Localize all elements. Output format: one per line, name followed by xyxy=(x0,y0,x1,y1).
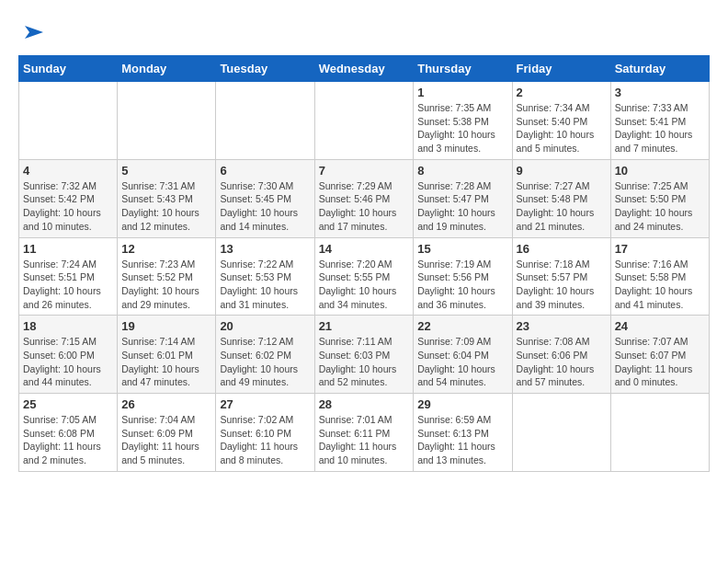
day-info: Sunrise: 7:14 AM Sunset: 6:01 PM Dayligh… xyxy=(121,335,211,389)
svg-marker-0 xyxy=(25,26,43,39)
calendar-cell: 17Sunrise: 7:16 AM Sunset: 5:58 PM Dayli… xyxy=(610,237,709,316)
day-number: 24 xyxy=(615,319,705,333)
calendar-cell: 23Sunrise: 7:08 AM Sunset: 6:06 PM Dayli… xyxy=(512,316,610,394)
calendar-cell: 7Sunrise: 7:29 AM Sunset: 5:46 PM Daylig… xyxy=(314,159,414,237)
day-info: Sunrise: 7:08 AM Sunset: 6:06 PM Dayligh… xyxy=(517,335,607,389)
day-number: 10 xyxy=(615,164,705,178)
calendar-cell: 8Sunrise: 7:28 AM Sunset: 5:47 PM Daylig… xyxy=(414,159,512,237)
calendar-cell: 27Sunrise: 7:02 AM Sunset: 6:10 PM Dayli… xyxy=(216,394,314,472)
day-info: Sunrise: 7:15 AM Sunset: 6:00 PM Dayligh… xyxy=(23,335,113,389)
week-row-2: 4Sunrise: 7:32 AM Sunset: 5:42 PM Daylig… xyxy=(19,159,710,237)
calendar-cell: 4Sunrise: 7:32 AM Sunset: 5:42 PM Daylig… xyxy=(19,159,118,237)
day-info: Sunrise: 7:28 AM Sunset: 5:47 PM Dayligh… xyxy=(417,179,507,234)
calendar-cell: 29Sunrise: 6:59 AM Sunset: 6:13 PM Dayli… xyxy=(414,394,512,472)
day-info: Sunrise: 7:05 AM Sunset: 6:08 PM Dayligh… xyxy=(23,413,113,467)
calendar-body: 1Sunrise: 7:35 AM Sunset: 5:38 PM Daylig… xyxy=(19,82,710,472)
day-number: 25 xyxy=(23,397,113,411)
day-info: Sunrise: 7:01 AM Sunset: 6:11 PM Dayligh… xyxy=(319,413,410,467)
calendar-cell: 19Sunrise: 7:14 AM Sunset: 6:01 PM Dayli… xyxy=(118,316,216,394)
day-number: 8 xyxy=(417,164,507,178)
day-info: Sunrise: 7:25 AM Sunset: 5:50 PM Dayligh… xyxy=(615,179,705,234)
day-info: Sunrise: 7:07 AM Sunset: 6:07 PM Dayligh… xyxy=(615,335,705,389)
day-info: Sunrise: 7:29 AM Sunset: 5:46 PM Dayligh… xyxy=(319,179,410,234)
day-number: 29 xyxy=(417,397,507,411)
day-number: 6 xyxy=(220,164,310,178)
calendar-header: SundayMondayTuesdayWednesdayThursdayFrid… xyxy=(19,56,710,82)
calendar-cell xyxy=(512,394,610,472)
day-info: Sunrise: 7:33 AM Sunset: 5:41 PM Dayligh… xyxy=(615,101,705,155)
calendar-cell: 2Sunrise: 7:34 AM Sunset: 5:40 PM Daylig… xyxy=(512,82,610,160)
header-row: SundayMondayTuesdayWednesdayThursdayFrid… xyxy=(19,56,710,82)
day-info: Sunrise: 7:31 AM Sunset: 5:43 PM Dayligh… xyxy=(121,179,211,234)
week-row-5: 25Sunrise: 7:05 AM Sunset: 6:08 PM Dayli… xyxy=(19,394,710,472)
day-info: Sunrise: 7:18 AM Sunset: 5:57 PM Dayligh… xyxy=(517,258,607,312)
day-info: Sunrise: 6:59 AM Sunset: 6:13 PM Dayligh… xyxy=(417,413,507,467)
day-number: 4 xyxy=(23,164,113,178)
day-number: 14 xyxy=(319,242,410,256)
day-number: 20 xyxy=(220,319,310,333)
calendar-cell: 16Sunrise: 7:18 AM Sunset: 5:57 PM Dayli… xyxy=(512,237,610,316)
header-monday: Monday xyxy=(118,56,216,82)
calendar-cell: 3Sunrise: 7:33 AM Sunset: 5:41 PM Daylig… xyxy=(610,82,709,160)
header-thursday: Thursday xyxy=(414,56,512,82)
calendar-cell xyxy=(19,82,118,160)
day-number: 9 xyxy=(517,164,607,178)
header-wednesday: Wednesday xyxy=(314,56,414,82)
day-info: Sunrise: 7:22 AM Sunset: 5:53 PM Dayligh… xyxy=(220,258,310,312)
calendar-cell: 18Sunrise: 7:15 AM Sunset: 6:00 PM Dayli… xyxy=(19,316,118,394)
calendar-cell: 24Sunrise: 7:07 AM Sunset: 6:07 PM Dayli… xyxy=(610,316,709,394)
logo xyxy=(18,18,48,46)
calendar-cell: 15Sunrise: 7:19 AM Sunset: 5:56 PM Dayli… xyxy=(414,237,512,316)
day-info: Sunrise: 7:34 AM Sunset: 5:40 PM Dayligh… xyxy=(517,101,607,155)
day-info: Sunrise: 7:16 AM Sunset: 5:58 PM Dayligh… xyxy=(615,258,705,312)
day-number: 23 xyxy=(517,319,607,333)
calendar-cell: 11Sunrise: 7:24 AM Sunset: 5:51 PM Dayli… xyxy=(19,237,118,316)
day-info: Sunrise: 7:24 AM Sunset: 5:51 PM Dayligh… xyxy=(23,258,113,312)
day-info: Sunrise: 7:09 AM Sunset: 6:04 PM Dayligh… xyxy=(417,335,507,389)
day-number: 11 xyxy=(23,242,113,256)
day-number: 22 xyxy=(417,319,507,333)
calendar-cell xyxy=(118,82,216,160)
day-info: Sunrise: 7:12 AM Sunset: 6:02 PM Dayligh… xyxy=(220,335,310,389)
calendar-cell: 20Sunrise: 7:12 AM Sunset: 6:02 PM Dayli… xyxy=(216,316,314,394)
day-number: 27 xyxy=(220,397,310,411)
calendar-cell: 5Sunrise: 7:31 AM Sunset: 5:43 PM Daylig… xyxy=(118,159,216,237)
day-number: 26 xyxy=(121,397,211,411)
day-info: Sunrise: 7:27 AM Sunset: 5:48 PM Dayligh… xyxy=(517,179,607,234)
calendar-cell xyxy=(314,82,414,160)
day-number: 17 xyxy=(615,242,705,256)
calendar-cell: 28Sunrise: 7:01 AM Sunset: 6:11 PM Dayli… xyxy=(314,394,414,472)
calendar-cell: 26Sunrise: 7:04 AM Sunset: 6:09 PM Dayli… xyxy=(118,394,216,472)
calendar-cell: 14Sunrise: 7:20 AM Sunset: 5:55 PM Dayli… xyxy=(314,237,414,316)
header-tuesday: Tuesday xyxy=(216,56,314,82)
day-info: Sunrise: 7:35 AM Sunset: 5:38 PM Dayligh… xyxy=(417,101,507,155)
week-row-3: 11Sunrise: 7:24 AM Sunset: 5:51 PM Dayli… xyxy=(19,237,710,316)
calendar-cell: 6Sunrise: 7:30 AM Sunset: 5:45 PM Daylig… xyxy=(216,159,314,237)
day-number: 5 xyxy=(121,164,211,178)
page-header xyxy=(18,18,710,46)
day-number: 19 xyxy=(121,319,211,333)
day-number: 16 xyxy=(517,242,607,256)
calendar-cell xyxy=(216,82,314,160)
day-number: 21 xyxy=(319,319,410,333)
day-info: Sunrise: 7:30 AM Sunset: 5:45 PM Dayligh… xyxy=(220,179,310,234)
header-friday: Friday xyxy=(512,56,610,82)
day-number: 28 xyxy=(319,397,410,411)
day-number: 3 xyxy=(615,86,705,99)
calendar-table: SundayMondayTuesdayWednesdayThursdayFrid… xyxy=(18,55,710,472)
calendar-cell: 22Sunrise: 7:09 AM Sunset: 6:04 PM Dayli… xyxy=(414,316,512,394)
day-number: 1 xyxy=(417,86,507,99)
day-info: Sunrise: 7:32 AM Sunset: 5:42 PM Dayligh… xyxy=(23,179,113,234)
day-info: Sunrise: 7:19 AM Sunset: 5:56 PM Dayligh… xyxy=(417,258,507,312)
day-info: Sunrise: 7:23 AM Sunset: 5:52 PM Dayligh… xyxy=(121,258,211,312)
week-row-1: 1Sunrise: 7:35 AM Sunset: 5:38 PM Daylig… xyxy=(19,82,710,160)
calendar-cell: 1Sunrise: 7:35 AM Sunset: 5:38 PM Daylig… xyxy=(414,82,512,160)
day-number: 2 xyxy=(517,86,607,99)
calendar-cell: 13Sunrise: 7:22 AM Sunset: 5:53 PM Dayli… xyxy=(216,237,314,316)
day-number: 7 xyxy=(319,164,410,178)
day-number: 15 xyxy=(417,242,507,256)
calendar-cell: 9Sunrise: 7:27 AM Sunset: 5:48 PM Daylig… xyxy=(512,159,610,237)
day-number: 12 xyxy=(121,242,211,256)
calendar-cell: 10Sunrise: 7:25 AM Sunset: 5:50 PM Dayli… xyxy=(610,159,709,237)
logo-icon xyxy=(20,18,48,46)
